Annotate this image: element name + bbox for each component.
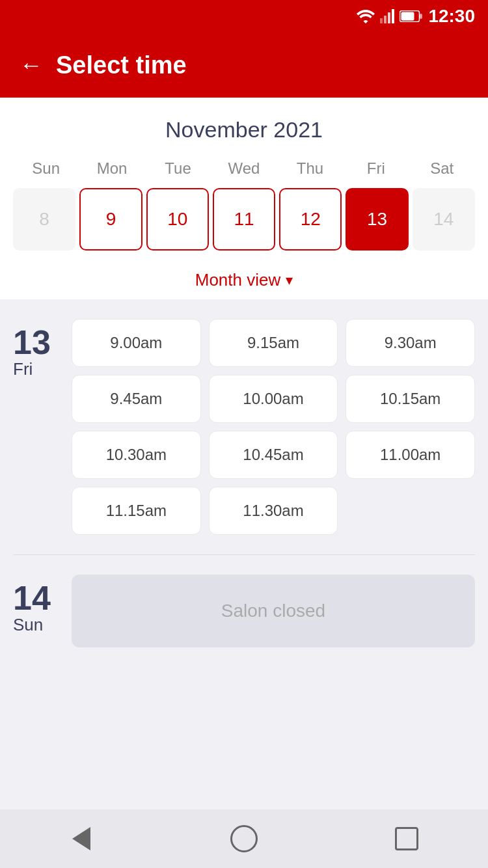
battery-icon <box>400 10 423 22</box>
day-name-14: Sun <box>13 615 43 635</box>
time-slot-1000[interactable]: 10.00am <box>209 375 338 423</box>
nav-back-button[interactable] <box>62 819 101 858</box>
day-cell-14[interactable]: 14 <box>413 188 475 251</box>
app-header: ← Select time <box>0 33 488 98</box>
day-cell-13[interactable]: 13 <box>346 188 408 251</box>
weekday-mon: Mon <box>79 156 144 182</box>
day-cell-12[interactable]: 12 <box>279 188 342 251</box>
status-time: 12:30 <box>428 6 475 27</box>
time-slot-1015[interactable]: 10.15am <box>346 375 475 423</box>
time-slot-915[interactable]: 9.15am <box>209 319 338 367</box>
nav-home-button[interactable] <box>224 819 264 858</box>
day-label-14: 14 Sun <box>13 575 59 647</box>
svg-rect-6 <box>420 14 422 19</box>
day-name-13: Fri <box>13 359 33 379</box>
time-slot-1130[interactable]: 11.30am <box>209 487 338 535</box>
day-number-13: 13 <box>13 325 51 359</box>
svg-rect-1 <box>384 16 386 23</box>
status-icons: 12:30 <box>357 6 475 27</box>
calendar-section: November 2021 Sun Mon Tue Wed Thu Fri Sa… <box>0 98 488 299</box>
time-grid-13: 9.00am 9.15am 9.30am 9.45am 10.00am 10.1… <box>72 319 475 535</box>
time-slots-section: 13 Fri 9.00am 9.15am 9.30am 9.45am 10.00… <box>0 299 488 752</box>
wifi-icon <box>357 9 375 23</box>
month-view-toggle[interactable]: Month view ▾ <box>13 261 475 299</box>
signal-icon <box>380 9 394 23</box>
time-slot-930[interactable]: 9.30am <box>346 319 475 367</box>
weekday-fri: Fri <box>343 156 409 182</box>
month-view-label: Month view <box>195 270 281 290</box>
svg-rect-2 <box>388 12 390 23</box>
day-cell-11[interactable]: 11 <box>213 188 275 251</box>
status-bar: 12:30 <box>0 0 488 33</box>
time-slot-945[interactable]: 9.45am <box>72 375 201 423</box>
svg-rect-0 <box>380 18 383 23</box>
salon-closed-card: Salon closed <box>72 575 475 647</box>
chevron-down-icon: ▾ <box>286 272 293 289</box>
weekday-sat: Sat <box>409 156 475 182</box>
svg-rect-5 <box>401 12 414 21</box>
day-number-14: 14 <box>13 581 51 615</box>
weekdays-row: Sun Mon Tue Wed Thu Fri Sat <box>13 156 475 182</box>
back-button[interactable]: ← <box>20 51 43 79</box>
day-label-13: 13 Fri <box>13 319 59 535</box>
time-slot-1115[interactable]: 11.15am <box>72 487 201 535</box>
section-divider <box>13 554 475 555</box>
nav-bar <box>0 809 488 868</box>
time-slot-1100[interactable]: 11.00am <box>346 431 475 479</box>
weekday-thu: Thu <box>277 156 343 182</box>
day-cell-8[interactable]: 8 <box>13 188 75 251</box>
day-cell-10[interactable]: 10 <box>146 188 209 251</box>
svg-rect-3 <box>392 9 394 23</box>
time-slot-1030[interactable]: 10.30am <box>72 431 201 479</box>
time-slot-900[interactable]: 9.00am <box>72 319 201 367</box>
page-title: Select time <box>56 51 187 79</box>
weekday-wed: Wed <box>211 156 277 182</box>
day-block-13: 13 Fri 9.00am 9.15am 9.30am 9.45am 10.00… <box>13 319 475 535</box>
month-year-label: November 2021 <box>13 117 475 142</box>
weekday-sun: Sun <box>13 156 79 182</box>
days-row: 8 9 10 11 12 13 14 <box>13 188 475 251</box>
nav-recents-button[interactable] <box>387 819 426 858</box>
day-cell-9[interactable]: 9 <box>79 188 142 251</box>
weekday-tue: Tue <box>145 156 211 182</box>
time-slot-1045[interactable]: 10.45am <box>209 431 338 479</box>
salon-closed-label: Salon closed <box>221 601 325 621</box>
day-block-14: 14 Sun Salon closed <box>13 575 475 647</box>
